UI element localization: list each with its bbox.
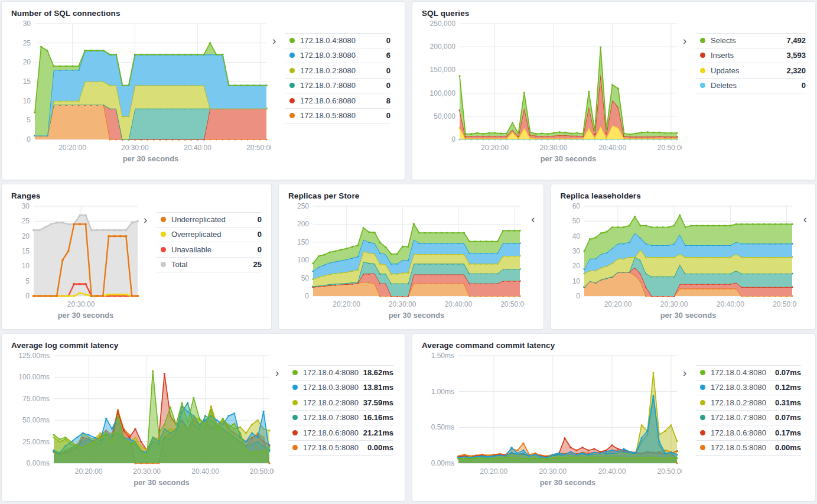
panel-title: Replica leaseholders — [561, 191, 806, 200]
series-value: 0 — [386, 66, 390, 75]
legend-item[interactable]: Deletes0 — [696, 79, 806, 94]
chevron-right-icon[interactable]: › — [683, 365, 696, 381]
series-value: 2,320 — [786, 66, 806, 75]
svg-text:200,000: 200,000 — [430, 43, 456, 51]
series-color-dot — [700, 83, 705, 88]
panel-ranges: Ranges 05101520253020:30:00per 30 second… — [1, 184, 272, 330]
svg-text:0: 0 — [27, 135, 31, 144]
series-value: 0.00ms — [367, 443, 393, 452]
series-label: 172.18.0.7:8080 — [300, 81, 386, 90]
svg-text:20:40:00: 20:40:00 — [191, 467, 219, 476]
series-value: 25 — [253, 260, 262, 269]
svg-text:20:30:00: 20:30:00 — [67, 300, 95, 308]
svg-text:0.00ms: 0.00ms — [27, 459, 50, 467]
chart-sql-queries[interactable]: 050,000100,000150,000200,000250,00020:20… — [422, 18, 682, 169]
legend-item[interactable]: 172.18.0.6:80808 — [285, 93, 390, 109]
legend-item[interactable]: 172.18.0.3:808013.81ms — [288, 381, 393, 396]
legend-item[interactable]: Selects7,492 — [696, 33, 806, 48]
svg-text:20:30:00: 20:30:00 — [660, 300, 688, 308]
svg-text:20:40:00: 20:40:00 — [717, 300, 744, 308]
svg-text:250: 250 — [297, 202, 309, 210]
legend-item[interactable]: 172.18.0.2:808037.59ms — [288, 395, 393, 411]
chart-log-commit-latency[interactable]: 0.00ms25.00ms50.00ms75.00ms100.00ms125.0… — [11, 350, 274, 493]
legend-item[interactable]: 172.18.0.5:80800.00ms — [696, 441, 801, 456]
series-label: 172.18.0.4:8080 — [711, 368, 775, 377]
svg-text:30: 30 — [23, 19, 31, 28]
legend-wrap: › 172.18.0.4:80800172.18.0.3:80806172.18… — [272, 18, 390, 169]
series-value: 16.16ms — [363, 413, 393, 422]
chart-canvas: 0.00ms0.50ms1.00ms1.50ms20:20:0020:30:00… — [422, 350, 682, 490]
legend-item[interactable]: 172.18.0.7:808016.16ms — [288, 411, 393, 426]
chart-canvas: 05101520253020:30:00per 30 seconds — [11, 200, 142, 323]
legend-item[interactable]: 172.18.0.3:80806 — [285, 48, 390, 64]
series-label: Total — [171, 260, 253, 269]
legend-item[interactable]: 172.18.0.6:808021.21ms — [288, 425, 393, 441]
chevron-left-icon[interactable]: ‹ — [531, 213, 535, 226]
svg-text:50.00ms: 50.00ms — [22, 416, 50, 424]
legend-item[interactable]: 172.18.0.4:808018.62ms — [288, 365, 393, 381]
panel-title: Replicas per Store — [288, 191, 534, 200]
legend-item[interactable]: Overreplicated0 — [157, 227, 262, 243]
svg-text:5: 5 — [27, 116, 31, 124]
series-color-dot — [700, 53, 705, 58]
series-color-dot — [292, 385, 298, 390]
legend-item[interactable]: Inserts3,593 — [696, 48, 806, 64]
chart-sql-connections[interactable]: 05101520253020:20:0020:30:0020:40:0020:5… — [11, 18, 271, 169]
chevron-left-icon[interactable]: ‹ — [803, 213, 807, 226]
svg-text:75.00ms: 75.00ms — [22, 395, 50, 403]
svg-text:10: 10 — [22, 262, 30, 270]
series-color-dot — [161, 232, 166, 237]
series-color-dot — [161, 247, 166, 252]
series-value: 3,593 — [786, 51, 806, 60]
chevron-right-icon[interactable]: › — [144, 212, 157, 227]
legend-item[interactable]: 172.18.0.4:80800 — [285, 33, 390, 48]
legend-item[interactable]: 172.18.0.5:80800.00ms — [288, 441, 393, 456]
series-color-dot — [700, 385, 705, 390]
svg-text:per 30 seconds: per 30 seconds — [123, 154, 179, 163]
svg-text:20: 20 — [23, 58, 31, 66]
chart-ranges[interactable]: 05101520253020:30:00per 30 seconds — [11, 200, 142, 326]
svg-text:0.50ms: 0.50ms — [431, 423, 454, 431]
legend-item[interactable]: Unavailable0 — [157, 242, 262, 258]
svg-text:100: 100 — [297, 256, 309, 264]
svg-text:50,000: 50,000 — [434, 112, 455, 121]
chart-replica-leaseholders[interactable]: 010203040506020:20:0020:30:0020:40:0020:… — [561, 200, 797, 326]
legend-item[interactable]: 172.18.0.2:80800.31ms — [696, 395, 801, 411]
svg-text:125.00ms: 125.00ms — [18, 352, 50, 360]
legend-item[interactable]: 172.18.0.4:80800.07ms — [696, 365, 801, 381]
series-label: 172.18.0.6:8080 — [300, 96, 386, 105]
svg-text:250,000: 250,000 — [430, 19, 456, 28]
legend-item[interactable]: 172.18.0.3:80800.12ms — [696, 381, 801, 396]
series-value: 0.12ms — [775, 383, 801, 392]
svg-text:20:30:00: 20:30:00 — [133, 467, 161, 476]
legend-item[interactable]: Total25 — [157, 258, 262, 273]
series-label: Overreplicated — [171, 230, 258, 239]
legend-item[interactable]: 172.18.0.6:80800.17ms — [696, 425, 801, 441]
svg-text:15: 15 — [22, 247, 30, 255]
series-label: Deletes — [711, 81, 802, 90]
series-label: 172.18.0.7:8080 — [303, 413, 363, 422]
chart-replicas-per-store[interactable]: 05010015020025020:20:0020:30:0020:40:002… — [288, 200, 525, 326]
series-value: 0.07ms — [775, 413, 801, 422]
chevron-right-icon[interactable]: › — [275, 365, 288, 381]
legend-item[interactable]: Underreplicated0 — [157, 212, 262, 227]
chart-command-commit-latency[interactable]: 0.00ms0.50ms1.00ms1.50ms20:20:0020:30:00… — [422, 350, 682, 493]
svg-text:150: 150 — [297, 238, 309, 246]
chevron-right-icon[interactable]: › — [272, 33, 285, 48]
series-value: 0.07ms — [775, 368, 801, 377]
legend-item[interactable]: 172.18.0.7:80800 — [285, 79, 390, 94]
legend-item[interactable]: 172.18.0.2:80800 — [285, 63, 390, 79]
chevron-right-icon[interactable]: › — [683, 33, 696, 48]
svg-text:0: 0 — [576, 292, 580, 300]
legend-item[interactable]: Updates2,320 — [696, 63, 806, 79]
svg-text:25.00ms: 25.00ms — [22, 438, 50, 446]
svg-text:20:30:00: 20:30:00 — [540, 144, 568, 152]
svg-text:per 30 seconds: per 30 seconds — [541, 154, 597, 163]
panel-sql-queries: SQL queries 050,000100,000150,000200,000… — [412, 1, 816, 180]
series-label: 172.18.0.3:8080 — [303, 383, 363, 392]
series-color-dot — [292, 415, 298, 420]
series-label: 172.18.0.4:8080 — [303, 368, 363, 377]
legend-item[interactable]: 172.18.0.7:80800.07ms — [696, 411, 801, 426]
legend-item[interactable]: 172.18.0.5:80800 — [285, 109, 390, 124]
svg-text:per 30 seconds: per 30 seconds — [58, 311, 114, 320]
